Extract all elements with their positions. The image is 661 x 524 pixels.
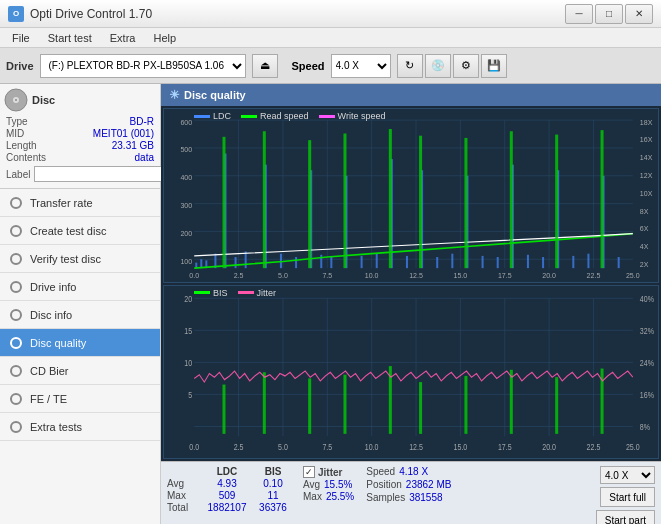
svg-text:2X: 2X [640, 260, 649, 269]
legend-bis: BIS [194, 288, 228, 298]
svg-text:17.5: 17.5 [498, 271, 512, 280]
settings-icon[interactable]: ⚙ [453, 54, 479, 78]
svg-rect-84 [510, 131, 513, 268]
eject-button[interactable]: ⏏ [252, 54, 278, 78]
svg-rect-3 [164, 109, 658, 282]
svg-text:4X: 4X [640, 242, 649, 251]
svg-rect-80 [343, 133, 346, 268]
sidebar-item-disc-info[interactable]: Disc info [0, 301, 160, 329]
chart-bis: BIS Jitter [163, 285, 659, 460]
svg-text:17.5: 17.5 [498, 442, 512, 452]
svg-rect-70 [527, 255, 529, 268]
svg-text:15.0: 15.0 [454, 271, 468, 280]
cd-bier-label: CD Bier [30, 365, 69, 377]
speed-select-stats[interactable]: 4.0 X [600, 466, 655, 484]
write-speed-legend-label: Write speed [338, 111, 386, 121]
read-speed-legend-color [241, 115, 257, 118]
refresh-icon[interactable]: ↻ [397, 54, 423, 78]
disc-quality-label: Disc quality [30, 337, 86, 349]
sidebar-item-extra-tests[interactable]: Extra tests [0, 413, 160, 441]
fe-te-label: FE / TE [30, 393, 67, 405]
jitter-checkbox[interactable]: ✓ [303, 466, 315, 478]
contents-label: Contents [6, 152, 46, 163]
position-row: Position 23862 MB [366, 479, 451, 490]
sidebar-item-disc-quality[interactable]: Disc quality [0, 329, 160, 357]
contents-value: data [135, 152, 154, 163]
svg-text:12.5: 12.5 [409, 442, 423, 452]
speed-label: Speed [292, 60, 325, 72]
disc-icon[interactable]: 💿 [425, 54, 451, 78]
total-row: Total 1882107 36376 [167, 502, 291, 513]
svg-text:10.0: 10.0 [365, 271, 379, 280]
sidebar: Disc Type BD-R MID MEIT01 (001) Length 2… [0, 84, 161, 524]
charts-area: LDC Read speed Write speed [161, 106, 661, 461]
sidebar-item-verify-test-disc[interactable]: Verify test disc [0, 245, 160, 273]
bis-col-header: BIS [255, 466, 291, 477]
menu-file[interactable]: File [4, 30, 38, 46]
label-input[interactable] [34, 166, 163, 182]
svg-rect-82 [419, 136, 422, 268]
menu-help[interactable]: Help [145, 30, 184, 46]
close-button[interactable]: ✕ [625, 4, 653, 24]
sidebar-item-fe-te[interactable]: FE / TE [0, 385, 160, 413]
svg-rect-54 [295, 257, 297, 268]
svg-rect-59 [361, 256, 363, 268]
svg-rect-79 [308, 140, 311, 268]
disc-label-row: Label ✏ [4, 164, 156, 184]
svg-text:25.0: 25.0 [626, 442, 640, 452]
svg-rect-73 [572, 256, 574, 268]
svg-text:22.5: 22.5 [587, 442, 601, 452]
speed-stat-value: 4.18 X [399, 466, 428, 477]
menu-start-test[interactable]: Start test [40, 30, 100, 46]
samples-label: Samples [366, 492, 405, 503]
verify-test-disc-icon [8, 251, 24, 267]
svg-rect-81 [389, 129, 392, 268]
speed-pos-section: Speed 4.18 X Position 23862 MB Samples 3… [366, 466, 451, 503]
write-speed-legend-color [319, 115, 335, 118]
jitter-max-label: Max [303, 491, 322, 502]
svg-text:200: 200 [180, 229, 192, 238]
svg-text:8X: 8X [640, 206, 649, 215]
svg-rect-71 [542, 257, 544, 268]
svg-rect-127 [419, 382, 422, 434]
titlebar-controls: ─ □ ✕ [565, 4, 653, 24]
start-part-button[interactable]: Start part [596, 510, 655, 524]
svg-text:10.0: 10.0 [365, 442, 379, 452]
type-value: BD-R [130, 116, 154, 127]
svg-text:500: 500 [180, 145, 192, 154]
svg-rect-128 [464, 375, 467, 433]
svg-text:300: 300 [180, 201, 192, 210]
ldc-col-header: LDC [201, 466, 253, 477]
sidebar-item-transfer-rate[interactable]: Transfer rate [0, 189, 160, 217]
max-bis: 11 [255, 490, 291, 501]
app-icon: O [8, 6, 24, 22]
sidebar-item-drive-info[interactable]: Drive info [0, 273, 160, 301]
speed-select[interactable]: 4.0 X [331, 54, 391, 78]
minimize-button[interactable]: ─ [565, 4, 593, 24]
svg-rect-57 [330, 257, 332, 268]
menu-extra[interactable]: Extra [102, 30, 144, 46]
maximize-button[interactable]: □ [595, 4, 623, 24]
svg-text:25.0: 25.0 [626, 271, 640, 280]
disc-mid-row: MID MEIT01 (001) [4, 128, 156, 139]
svg-rect-123 [263, 372, 266, 434]
svg-text:40%: 40% [640, 294, 654, 304]
main-layout: Disc Type BD-R MID MEIT01 (001) Length 2… [0, 84, 661, 524]
svg-text:16%: 16% [640, 390, 654, 400]
svg-text:32%: 32% [640, 326, 654, 336]
max-label: Max [167, 490, 199, 501]
sidebar-item-create-test-disc[interactable]: Create test disc [0, 217, 160, 245]
stats-empty-header [167, 466, 199, 477]
svg-text:6X: 6X [640, 224, 649, 233]
svg-text:2.5: 2.5 [234, 442, 244, 452]
header-bar: Drive (F:) PLEXTOR BD-R PX-LB950SA 1.06 … [0, 48, 661, 84]
max-row: Max 509 11 [167, 490, 291, 501]
drive-select[interactable]: (F:) PLEXTOR BD-R PX-LB950SA 1.06 [40, 54, 246, 78]
start-full-button[interactable]: Start full [600, 487, 655, 507]
sidebar-item-cd-bier[interactable]: CD Bier [0, 357, 160, 385]
avg-bis: 0.10 [255, 478, 291, 489]
save-icon[interactable]: 💾 [481, 54, 507, 78]
svg-rect-60 [376, 254, 378, 268]
speed-row: Speed 4.18 X [366, 466, 451, 477]
chart-ldc: LDC Read speed Write speed [163, 108, 659, 283]
